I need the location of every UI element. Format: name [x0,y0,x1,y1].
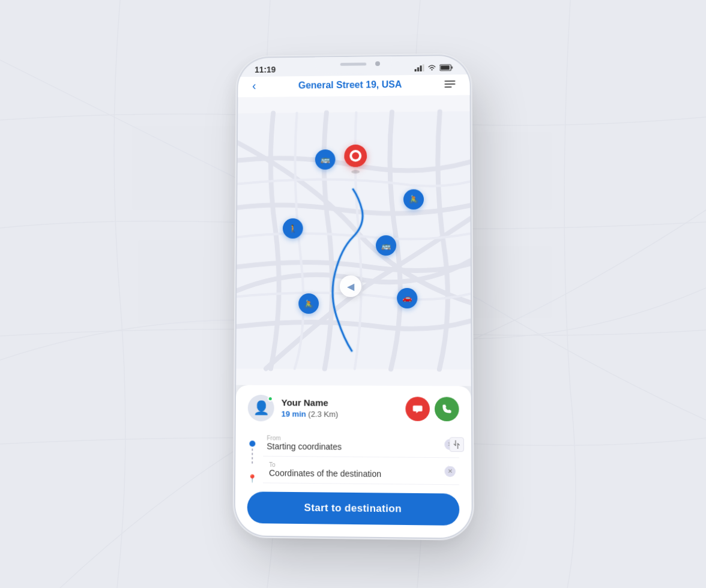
map-icon-bike1[interactable]: 🚴 [403,189,424,209]
user-eta: 19 min (2.3 Km) [282,408,399,419]
status-time: 11:19 [255,65,276,74]
message-button[interactable] [405,397,430,421]
svg-rect-9 [423,64,424,71]
wifi-icon [427,64,436,71]
svg-rect-11 [451,67,453,69]
online-indicator [268,396,273,401]
svg-rect-8 [420,65,422,71]
nav-bar: ‹ General Street 19, USA [238,74,469,97]
current-location: ◀ [340,275,361,297]
action-buttons [405,397,459,421]
phone-notch [315,56,392,74]
back-button[interactable]: ‹ [252,79,256,92]
from-field[interactable]: From Starting coordinates ✕ [263,430,459,458]
speaker [340,62,366,65]
map-icon-walk1[interactable]: 🚶 [283,218,303,239]
svg-rect-3 [138,240,246,324]
nav-title: General Street 19, USA [298,79,402,91]
to-field[interactable]: To Coordinates of the destination ✕ [263,457,459,485]
map-icon-bike2[interactable]: 🚴 [298,293,319,314]
from-input-text: From Starting coordinates [267,434,441,452]
call-button[interactable] [435,397,459,421]
route-start-dot [249,440,255,446]
start-button[interactable]: Start to destination [247,491,460,526]
user-info: Your Name 19 min (2.3 Km) [282,397,399,419]
svg-rect-0 [132,126,252,210]
route-end-pin: 📍 [247,474,257,483]
route-inputs: 📍 From Starting coordinates ✕ [247,430,459,485]
map-roads [236,95,471,386]
user-row: 👤 Your Name 19 min (2.3 Km) [248,395,459,422]
user-name: Your Name [282,397,328,408]
phone-frame: 11:19 ‹ General Str [235,56,471,538]
signal-icon [415,64,424,71]
menu-line [444,83,455,85]
user-avatar: 👤 [248,395,274,422]
route-connector: 📍 [247,430,257,483]
map-area[interactable]: 🚌 🚶 🚴 🚌 🚗 🚴 ◀ [236,95,471,386]
swap-button[interactable] [449,437,463,452]
inputs-stack: From Starting coordinates ✕ To [263,430,459,485]
from-value: Starting coordinates [267,442,441,452]
map-icon-car1[interactable]: 🚗 [397,287,417,308]
menu-line [444,86,451,88]
svg-point-17 [351,170,360,173]
route-dashes [252,449,253,472]
bottom-panel: 👤 Your Name 19 min (2.3 Km) [235,385,471,538]
menu-line [444,80,455,82]
map-icon-bus1[interactable]: 🚌 [315,149,336,170]
svg-point-16 [352,152,359,160]
to-value: Coordinates of the destination [269,468,441,479]
svg-rect-6 [415,69,417,71]
to-input-text: To Coordinates of the destination [269,461,441,479]
to-clear-button[interactable]: ✕ [444,466,455,477]
destination-pin [344,145,367,177]
svg-rect-12 [441,65,450,70]
status-icons [415,64,453,71]
menu-button[interactable] [444,80,455,88]
svg-rect-7 [417,67,419,71]
battery-icon [439,64,453,71]
camera [375,61,380,66]
map-icon-bus2[interactable]: 🚌 [376,235,396,256]
